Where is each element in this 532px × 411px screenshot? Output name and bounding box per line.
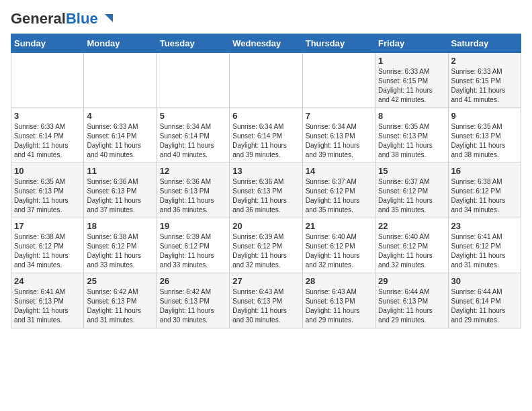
calendar-header-row: SundayMondayTuesdayWednesdayThursdayFrid… [11, 34, 521, 53]
day-number: 30 [451, 276, 518, 286]
day-number: 22 [378, 221, 445, 231]
calendar-cell: 15Sunrise: 6:37 AM Sunset: 6:12 PM Dayli… [375, 163, 448, 218]
calendar-cell: 13Sunrise: 6:36 AM Sunset: 6:13 PM Dayli… [230, 163, 302, 218]
day-info: Sunrise: 6:41 AM Sunset: 6:13 PM Dayligh… [14, 287, 81, 325]
col-header-sunday: Sunday [11, 34, 84, 53]
day-info: Sunrise: 6:34 AM Sunset: 6:13 PM Dayligh… [306, 122, 372, 160]
day-number: 13 [232, 166, 299, 176]
day-number: 25 [87, 276, 153, 286]
day-info: Sunrise: 6:35 AM Sunset: 6:13 PM Dayligh… [451, 122, 518, 160]
calendar-week-3: 10Sunrise: 6:35 AM Sunset: 6:13 PM Dayli… [11, 163, 521, 218]
calendar-cell: 28Sunrise: 6:43 AM Sunset: 6:13 PM Dayli… [302, 273, 375, 328]
col-header-thursday: Thursday [302, 34, 375, 53]
col-header-tuesday: Tuesday [157, 34, 229, 53]
day-info: Sunrise: 6:40 AM Sunset: 6:12 PM Dayligh… [378, 232, 445, 270]
calendar-cell: 23Sunrise: 6:41 AM Sunset: 6:12 PM Dayli… [448, 218, 521, 273]
day-number: 17 [14, 221, 81, 231]
day-info: Sunrise: 6:39 AM Sunset: 6:12 PM Dayligh… [232, 232, 299, 270]
calendar-cell [230, 53, 302, 108]
page-header: GeneralBlue [11, 11, 521, 27]
calendar-cell: 30Sunrise: 6:44 AM Sunset: 6:14 PM Dayli… [448, 273, 521, 328]
day-number: 27 [232, 276, 299, 286]
calendar-cell: 9Sunrise: 6:35 AM Sunset: 6:13 PM Daylig… [448, 108, 521, 163]
calendar-cell: 29Sunrise: 6:44 AM Sunset: 6:13 PM Dayli… [375, 273, 448, 328]
day-info: Sunrise: 6:41 AM Sunset: 6:12 PM Dayligh… [451, 232, 518, 270]
day-info: Sunrise: 6:34 AM Sunset: 6:14 PM Dayligh… [160, 122, 226, 160]
calendar-cell: 12Sunrise: 6:36 AM Sunset: 6:13 PM Dayli… [157, 163, 229, 218]
calendar-cell: 7Sunrise: 6:34 AM Sunset: 6:13 PM Daylig… [302, 108, 375, 163]
calendar-table: SundayMondayTuesdayWednesdayThursdayFrid… [11, 34, 521, 328]
day-info: Sunrise: 6:43 AM Sunset: 6:13 PM Dayligh… [232, 287, 299, 325]
day-number: 21 [306, 221, 372, 231]
day-info: Sunrise: 6:34 AM Sunset: 6:14 PM Dayligh… [232, 122, 299, 160]
day-info: Sunrise: 6:36 AM Sunset: 6:13 PM Dayligh… [87, 177, 153, 215]
calendar-cell: 24Sunrise: 6:41 AM Sunset: 6:13 PM Dayli… [11, 273, 84, 328]
day-info: Sunrise: 6:44 AM Sunset: 6:14 PM Dayligh… [451, 287, 518, 325]
day-info: Sunrise: 6:42 AM Sunset: 6:13 PM Dayligh… [160, 287, 226, 325]
col-header-friday: Friday [375, 34, 448, 53]
day-number: 15 [378, 166, 445, 176]
col-header-monday: Monday [84, 34, 157, 53]
calendar-cell: 10Sunrise: 6:35 AM Sunset: 6:13 PM Dayli… [11, 163, 84, 218]
day-info: Sunrise: 6:44 AM Sunset: 6:13 PM Dayligh… [378, 287, 445, 325]
day-info: Sunrise: 6:38 AM Sunset: 6:12 PM Dayligh… [87, 232, 153, 270]
day-number: 24 [14, 276, 81, 286]
day-number: 6 [232, 111, 299, 121]
calendar-cell: 1Sunrise: 6:33 AM Sunset: 6:15 PM Daylig… [375, 53, 448, 108]
calendar-week-5: 24Sunrise: 6:41 AM Sunset: 6:13 PM Dayli… [11, 273, 521, 328]
day-info: Sunrise: 6:38 AM Sunset: 6:12 PM Dayligh… [451, 177, 518, 215]
day-number: 2 [451, 56, 518, 66]
calendar-cell: 16Sunrise: 6:38 AM Sunset: 6:12 PM Dayli… [448, 163, 521, 218]
day-number: 10 [14, 166, 81, 176]
day-info: Sunrise: 6:35 AM Sunset: 6:13 PM Dayligh… [14, 177, 81, 215]
calendar-cell [157, 53, 229, 108]
col-header-wednesday: Wednesday [230, 34, 302, 53]
day-number: 19 [160, 221, 226, 231]
calendar-cell: 5Sunrise: 6:34 AM Sunset: 6:14 PM Daylig… [157, 108, 229, 163]
calendar-cell: 27Sunrise: 6:43 AM Sunset: 6:13 PM Dayli… [230, 273, 302, 328]
day-number: 16 [451, 166, 518, 176]
day-number: 14 [306, 166, 372, 176]
day-info: Sunrise: 6:33 AM Sunset: 6:15 PM Dayligh… [378, 67, 445, 105]
logo: GeneralBlue [11, 11, 114, 27]
calendar-cell: 17Sunrise: 6:38 AM Sunset: 6:12 PM Dayli… [11, 218, 84, 273]
day-number: 18 [87, 221, 153, 231]
day-info: Sunrise: 6:36 AM Sunset: 6:13 PM Dayligh… [232, 177, 299, 215]
calendar-cell: 21Sunrise: 6:40 AM Sunset: 6:12 PM Dayli… [302, 218, 375, 273]
day-info: Sunrise: 6:37 AM Sunset: 6:12 PM Dayligh… [378, 177, 445, 215]
day-number: 1 [378, 56, 445, 66]
day-number: 7 [306, 111, 372, 121]
day-info: Sunrise: 6:33 AM Sunset: 6:15 PM Dayligh… [451, 67, 518, 105]
calendar-cell [84, 53, 157, 108]
day-number: 8 [378, 111, 445, 121]
day-number: 5 [160, 111, 226, 121]
col-header-saturday: Saturday [448, 34, 521, 53]
calendar-cell: 20Sunrise: 6:39 AM Sunset: 6:12 PM Dayli… [230, 218, 302, 273]
day-number: 26 [160, 276, 226, 286]
day-number: 9 [451, 111, 518, 121]
calendar-cell [302, 53, 375, 108]
logo-icon [99, 11, 114, 26]
day-number: 12 [160, 166, 226, 176]
calendar-cell: 18Sunrise: 6:38 AM Sunset: 6:12 PM Dayli… [84, 218, 157, 273]
day-info: Sunrise: 6:38 AM Sunset: 6:12 PM Dayligh… [14, 232, 81, 270]
calendar-cell: 11Sunrise: 6:36 AM Sunset: 6:13 PM Dayli… [84, 163, 157, 218]
calendar-cell: 19Sunrise: 6:39 AM Sunset: 6:12 PM Dayli… [157, 218, 229, 273]
day-info: Sunrise: 6:40 AM Sunset: 6:12 PM Dayligh… [306, 232, 372, 270]
day-info: Sunrise: 6:35 AM Sunset: 6:13 PM Dayligh… [378, 122, 445, 160]
calendar-cell: 8Sunrise: 6:35 AM Sunset: 6:13 PM Daylig… [375, 108, 448, 163]
calendar-week-2: 3Sunrise: 6:33 AM Sunset: 6:14 PM Daylig… [11, 108, 521, 163]
day-number: 23 [451, 221, 518, 231]
day-info: Sunrise: 6:39 AM Sunset: 6:12 PM Dayligh… [160, 232, 226, 270]
day-number: 11 [87, 166, 153, 176]
calendar-cell: 2Sunrise: 6:33 AM Sunset: 6:15 PM Daylig… [448, 53, 521, 108]
calendar-cell: 6Sunrise: 6:34 AM Sunset: 6:14 PM Daylig… [230, 108, 302, 163]
calendar-cell: 22Sunrise: 6:40 AM Sunset: 6:12 PM Dayli… [375, 218, 448, 273]
day-info: Sunrise: 6:42 AM Sunset: 6:13 PM Dayligh… [87, 287, 153, 325]
calendar-week-4: 17Sunrise: 6:38 AM Sunset: 6:12 PM Dayli… [11, 218, 521, 273]
day-info: Sunrise: 6:43 AM Sunset: 6:13 PM Dayligh… [306, 287, 372, 325]
day-number: 29 [378, 276, 445, 286]
calendar-cell: 3Sunrise: 6:33 AM Sunset: 6:14 PM Daylig… [11, 108, 84, 163]
calendar-cell: 4Sunrise: 6:33 AM Sunset: 6:14 PM Daylig… [84, 108, 157, 163]
svg-marker-0 [105, 14, 113, 22]
